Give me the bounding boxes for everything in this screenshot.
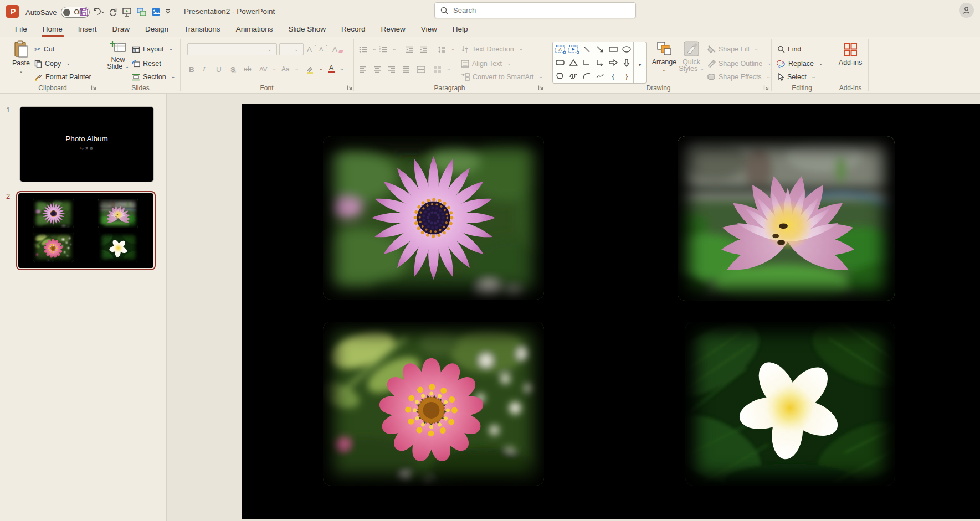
- shape-triangle-icon[interactable]: [567, 56, 580, 69]
- select-button[interactable]: Select: [777, 71, 815, 83]
- search-bar[interactable]: [434, 2, 636, 18]
- undo-icon[interactable]: [91, 4, 105, 19]
- copy-button[interactable]: Copy: [34, 58, 70, 70]
- convert-to-smartart-button[interactable]: Convert to SmartArt: [461, 71, 543, 83]
- shape-fill-button[interactable]: Shape Fill: [707, 43, 758, 55]
- strikethrough-button[interactable]: ab: [244, 63, 251, 75]
- line-spacing-button[interactable]: [438, 43, 455, 55]
- shape-line-icon[interactable]: [580, 43, 593, 56]
- redo-icon[interactable]: [105, 4, 120, 19]
- format-painter-button[interactable]: Format Painter: [34, 71, 91, 83]
- svg-text:b: b: [782, 60, 784, 64]
- shrink-font-button[interactable]: Aˇ: [319, 43, 327, 55]
- layout-button[interactable]: Layout: [132, 43, 173, 55]
- slide-1-thumbnail[interactable]: Photo Album by 翼 薇: [19, 106, 154, 182]
- photo-white-plumeria[interactable]: [685, 322, 895, 486]
- arrange-button[interactable]: Arrange: [651, 40, 677, 73]
- shape-right-arrow-icon[interactable]: [607, 56, 620, 69]
- tab-help[interactable]: Help: [445, 24, 476, 37]
- shape-arc-icon[interactable]: [580, 69, 593, 82]
- photo-pink-zinnia[interactable]: [323, 322, 544, 486]
- font-color-button[interactable]: A: [328, 63, 344, 75]
- justify-button[interactable]: [402, 63, 410, 75]
- shape-freeform-icon[interactable]: [553, 69, 567, 82]
- shape-elbow-arrow-connector-icon[interactable]: [593, 56, 607, 69]
- shape-right-brace-icon[interactable]: }: [620, 69, 633, 82]
- change-case-button[interactable]: Aa: [281, 63, 299, 75]
- reset-button[interactable]: Reset: [132, 58, 161, 70]
- search-input[interactable]: [453, 6, 608, 14]
- character-spacing-button[interactable]: AV: [259, 63, 276, 75]
- user-avatar[interactable]: [959, 3, 974, 18]
- align-left-button[interactable]: [359, 63, 367, 75]
- slide-master-icon[interactable]: [134, 4, 148, 19]
- tab-transitions[interactable]: Transitions: [176, 24, 228, 37]
- font-name-combo[interactable]: [187, 43, 277, 55]
- qat-customize-chevron-icon[interactable]: [163, 4, 173, 19]
- clear-formatting-button[interactable]: A: [332, 43, 343, 55]
- shape-left-brace-icon[interactable]: {: [607, 69, 620, 82]
- replace-button[interactable]: b c Replace: [777, 58, 823, 70]
- tab-record[interactable]: Record: [333, 24, 373, 37]
- align-right-button[interactable]: [388, 63, 396, 75]
- image-tool-icon[interactable]: [148, 4, 163, 19]
- distribute-columns-button[interactable]: [417, 63, 425, 75]
- tab-draw[interactable]: Draw: [105, 24, 138, 37]
- increase-indent-button[interactable]: [419, 43, 428, 55]
- shape-oval-icon[interactable]: [620, 43, 633, 56]
- numbering-button[interactable]: [379, 43, 397, 55]
- section-button[interactable]: Section: [132, 71, 175, 83]
- text-shadow-button[interactable]: S: [230, 63, 235, 75]
- tab-animations[interactable]: Animations: [228, 24, 281, 37]
- shape-outline-button[interactable]: Shape Outline: [707, 58, 772, 70]
- text-direction-button[interactable]: Text Direction: [461, 43, 523, 55]
- shape-rectangle-icon[interactable]: [607, 43, 620, 56]
- tab-view[interactable]: View: [413, 24, 445, 37]
- highlight-color-button[interactable]: [306, 63, 324, 75]
- add-ins-button[interactable]: Add-ins: [835, 42, 865, 66]
- align-center-button[interactable]: [373, 63, 381, 75]
- paste-button[interactable]: Paste: [9, 40, 33, 74]
- slide-2-thumbnail-selected[interactable]: [16, 191, 156, 270]
- tab-review[interactable]: Review: [373, 24, 413, 37]
- decrease-indent-button[interactable]: [406, 43, 414, 55]
- start-slideshow-icon[interactable]: [120, 4, 134, 19]
- font-size-input[interactable]: [280, 44, 294, 55]
- current-slide[interactable]: [242, 104, 980, 519]
- shape-gallery-more-button[interactable]: —▾: [633, 42, 646, 83]
- shape-down-arrow-icon[interactable]: [620, 56, 633, 69]
- font-name-input[interactable]: [188, 44, 268, 55]
- columns-button[interactable]: [433, 63, 451, 75]
- grow-font-button[interactable]: Aˆ: [307, 43, 316, 55]
- photo-pink-african-daisy[interactable]: [323, 136, 544, 300]
- shape-effects-button[interactable]: Shape Effects: [707, 71, 771, 83]
- font-size-combo[interactable]: [279, 43, 304, 55]
- new-slide-button[interactable]: New Slide: [105, 40, 131, 70]
- quick-styles-button[interactable]: Quick Styles: [679, 40, 704, 73]
- underline-button[interactable]: U: [216, 63, 222, 75]
- tab-insert[interactable]: Insert: [70, 24, 105, 37]
- tab-home[interactable]: Home: [35, 24, 70, 37]
- shape-text-box-icon[interactable]: A: [553, 43, 567, 56]
- shape-arrow-icon[interactable]: [593, 43, 607, 56]
- shape-rounded-rectangle-icon[interactable]: [553, 56, 567, 69]
- bullets-button[interactable]: [359, 43, 377, 55]
- save-icon[interactable]: [76, 4, 91, 19]
- mini-photo-pink-water-lily: [98, 199, 138, 228]
- tab-file[interactable]: File: [7, 24, 35, 37]
- tab-design[interactable]: Design: [137, 24, 176, 37]
- paste-label: Paste: [12, 60, 30, 66]
- shape-curve-icon[interactable]: [593, 69, 607, 82]
- italic-button[interactable]: I: [203, 63, 206, 75]
- align-text-button[interactable]: Align Text: [461, 58, 511, 70]
- decrease-indent-icon: [406, 46, 414, 53]
- tab-slide-show[interactable]: Slide Show: [280, 24, 333, 37]
- cut-button[interactable]: ✂ Cut: [34, 43, 54, 55]
- find-button[interactable]: Find: [777, 43, 801, 55]
- photo-pink-water-lily[interactable]: [678, 136, 895, 301]
- shape-vertical-text-box-icon[interactable]: [567, 43, 580, 56]
- shape-scribble-icon[interactable]: [567, 69, 580, 82]
- shape-elbow-connector-icon[interactable]: [580, 56, 593, 69]
- bold-button[interactable]: B: [189, 63, 194, 75]
- section-icon: [132, 74, 140, 81]
